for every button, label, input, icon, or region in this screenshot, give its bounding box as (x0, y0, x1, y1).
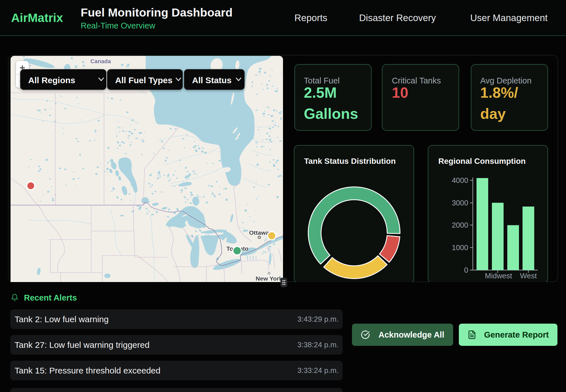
svg-text:Midwest: Midwest (485, 271, 512, 280)
svg-text:3000: 3000 (452, 199, 468, 207)
svg-text:Ottawa: Ottawa (249, 229, 269, 236)
svg-text:West: West (520, 271, 537, 280)
svg-text:2000: 2000 (452, 221, 468, 229)
svg-text:Canada: Canada (90, 58, 111, 64)
svg-text:4000: 4000 (452, 176, 468, 185)
svg-text:0: 0 (464, 266, 468, 274)
svg-text:1000: 1000 (452, 243, 468, 252)
svg-text:New York: New York (256, 275, 282, 282)
